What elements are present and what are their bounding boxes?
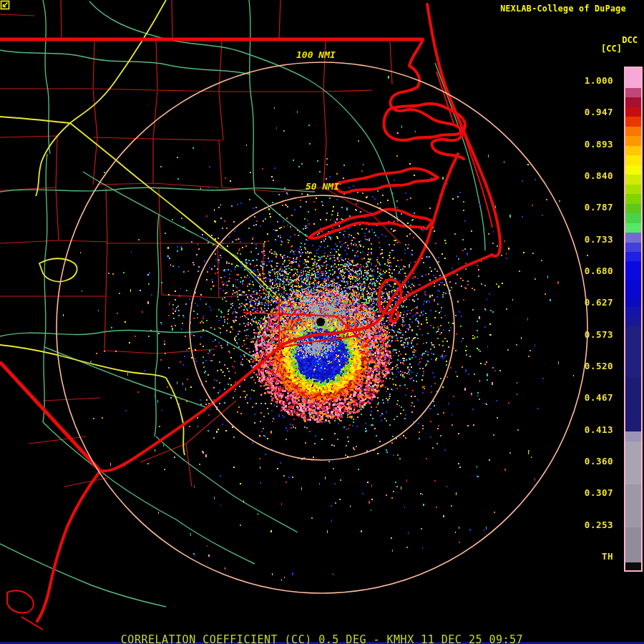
scale-tick-label: 0.627: [585, 297, 613, 308]
color-scale-segment: [625, 165, 641, 175]
scale-tick-label: 0.733: [585, 234, 613, 245]
color-scale-segment: [625, 136, 641, 146]
scale-tick-label: 0.413: [585, 424, 613, 435]
scale-tick-label: 0.893: [585, 139, 613, 150]
color-scale-segment: [625, 484, 641, 527]
scale-tick-label: 0.307: [585, 487, 613, 498]
page-title: NEXLAB-College of DuPage: [500, 4, 626, 14]
coastline-rings-layer: [0, 0, 644, 644]
product-code-label: DCC: [622, 35, 638, 45]
product-caption: CORRELATION COEFFICIENT (CC) 0.5 DEG - K…: [121, 633, 523, 644]
color-scale-segment: [625, 261, 641, 280]
box-diagonal-arrow-icon: [0, 0, 10, 10]
color-scale-segment: [625, 127, 641, 136]
range-ring-50nmi-label: 50 NMI: [306, 181, 339, 192]
color-scale-segment: [625, 204, 641, 213]
range-rings: [57, 62, 587, 593]
color-scale-segment: [625, 223, 641, 233]
color-scale-segment: [625, 431, 641, 441]
color-scale-segment: [625, 252, 641, 261]
color-scale-segment: [625, 88, 641, 97]
product-unit-label: [CC]: [601, 44, 622, 54]
color-scale-segment: [625, 562, 641, 570]
coastline: [37, 4, 500, 621]
color-scale-segment: [625, 243, 641, 252]
scale-tick-label: 0.573: [585, 329, 613, 340]
scale-tick-label: 0.947: [585, 107, 613, 117]
color-scale-segment: [625, 117, 641, 127]
range-ring-100nmi-label: 100 NMI: [296, 49, 336, 60]
color-scale-segment: [625, 185, 641, 194]
color-scale-segment: [625, 68, 641, 88]
color-scale-segment: [625, 307, 641, 317]
scale-tick-label: 0.467: [585, 392, 613, 403]
color-scale-segment: [625, 155, 641, 165]
color-scale-segment: [625, 146, 641, 155]
color-scale-segment: [625, 107, 641, 117]
scale-tick-label: 0.360: [585, 456, 613, 467]
color-scale-segment: [625, 233, 641, 243]
scale-tick-label: 0.520: [585, 361, 613, 371]
color-scale-segment: [625, 280, 641, 298]
radar-display: NEXLAB-College of DuPage DCC [CC] 100 NM…: [0, 0, 644, 644]
color-scale-segment: [625, 213, 641, 223]
color-scale-segment: [625, 326, 641, 378]
color-scale-segment: [625, 194, 641, 204]
color-scale-segment: [625, 175, 641, 185]
scale-tick-label: 0.680: [585, 265, 613, 276]
range-ring-100nmi: [57, 62, 587, 593]
color-scale-segment: [625, 97, 641, 107]
cc-color-scale: [624, 67, 643, 572]
threshold-label: TH: [602, 551, 613, 562]
scale-tick-label: 0.840: [585, 170, 613, 181]
color-scale-segment: [625, 378, 641, 431]
scale-tick-label: 1.000: [585, 75, 613, 86]
scale-tick-label: 0.787: [585, 202, 613, 213]
color-scale-segment: [625, 441, 641, 484]
color-scale-segment: [625, 298, 641, 307]
coastline-thin: [7, 72, 492, 630]
scale-tick-label: 0.253: [585, 519, 613, 530]
color-scale-segment: [625, 317, 641, 326]
color-scale-segment: [625, 527, 641, 562]
